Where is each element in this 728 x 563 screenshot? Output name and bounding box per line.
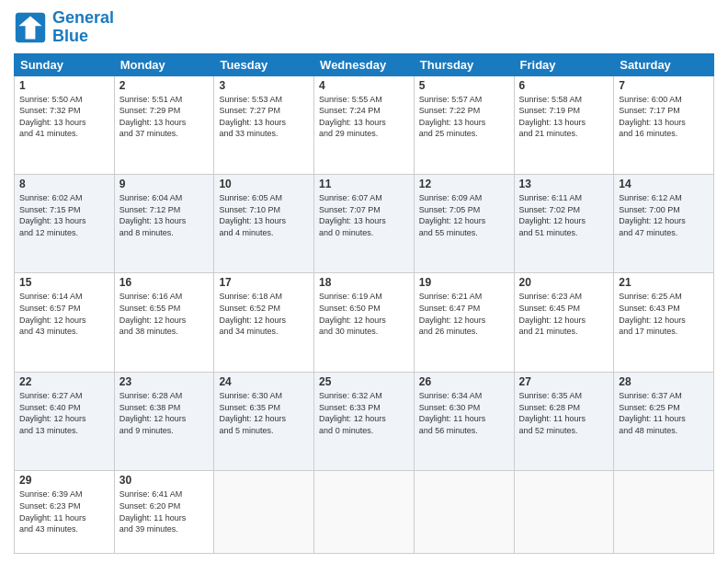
day-info: Sunrise: 5:57 AM Sunset: 7:22 PM Dayligh…	[419, 94, 509, 140]
empty-cell	[314, 471, 415, 554]
day-number: 9	[119, 178, 210, 190]
day-number: 21	[619, 276, 709, 289]
day-cell-10: 10Sunrise: 6:05 AM Sunset: 7:10 PM Dayli…	[214, 175, 314, 273]
day-number: 26	[419, 375, 509, 388]
day-cell-6: 6Sunrise: 5:58 AM Sunset: 7:19 PM Daylig…	[514, 75, 614, 174]
day-number: 14	[619, 178, 709, 190]
day-cell-1: 1Sunrise: 5:50 AM Sunset: 7:32 PM Daylig…	[15, 75, 115, 174]
day-number: 24	[219, 375, 309, 388]
day-info: Sunrise: 6:27 AM Sunset: 6:40 PM Dayligh…	[19, 390, 109, 436]
day-info: Sunrise: 5:53 AM Sunset: 7:27 PM Dayligh…	[219, 94, 309, 140]
day-cell-18: 18Sunrise: 6:19 AM Sunset: 6:50 PM Dayli…	[314, 273, 415, 372]
day-info: Sunrise: 5:58 AM Sunset: 7:19 PM Dayligh…	[519, 94, 609, 140]
day-cell-24: 24Sunrise: 6:30 AM Sunset: 6:35 PM Dayli…	[214, 372, 314, 470]
day-header-sunday: Sunday	[15, 53, 115, 75]
day-number: 27	[519, 375, 609, 388]
day-cell-13: 13Sunrise: 6:11 AM Sunset: 7:02 PM Dayli…	[514, 175, 614, 273]
day-number: 3	[219, 79, 309, 92]
header: General Blue	[14, 9, 714, 46]
day-header-tuesday: Tuesday	[214, 53, 314, 75]
day-info: Sunrise: 6:07 AM Sunset: 7:07 PM Dayligh…	[319, 192, 409, 238]
day-number: 22	[19, 375, 109, 388]
day-cell-20: 20Sunrise: 6:23 AM Sunset: 6:45 PM Dayli…	[514, 273, 614, 372]
day-number: 19	[419, 276, 509, 289]
day-info: Sunrise: 6:14 AM Sunset: 6:57 PM Dayligh…	[19, 291, 109, 337]
day-cell-17: 17Sunrise: 6:18 AM Sunset: 6:52 PM Dayli…	[214, 273, 314, 372]
day-cell-29: 29Sunrise: 6:39 AM Sunset: 6:23 PM Dayli…	[15, 471, 115, 554]
day-header-monday: Monday	[114, 53, 214, 75]
day-cell-27: 27Sunrise: 6:35 AM Sunset: 6:28 PM Dayli…	[514, 372, 614, 470]
day-number: 8	[19, 178, 109, 190]
day-number: 20	[519, 276, 609, 289]
day-number: 25	[319, 375, 409, 388]
day-info: Sunrise: 5:50 AM Sunset: 7:32 PM Dayligh…	[19, 94, 109, 140]
day-info: Sunrise: 6:12 AM Sunset: 7:00 PM Dayligh…	[619, 192, 709, 238]
empty-cell	[514, 471, 614, 554]
day-info: Sunrise: 5:55 AM Sunset: 7:24 PM Dayligh…	[319, 94, 409, 140]
day-number: 29	[19, 474, 109, 487]
day-info: Sunrise: 6:00 AM Sunset: 7:17 PM Dayligh…	[619, 94, 709, 140]
day-cell-14: 14Sunrise: 6:12 AM Sunset: 7:00 PM Dayli…	[614, 175, 714, 273]
day-number: 11	[319, 178, 409, 190]
day-cell-15: 15Sunrise: 6:14 AM Sunset: 6:57 PM Dayli…	[15, 273, 115, 372]
day-cell-4: 4Sunrise: 5:55 AM Sunset: 7:24 PM Daylig…	[314, 75, 415, 174]
day-number: 10	[219, 178, 309, 190]
day-info: Sunrise: 6:39 AM Sunset: 6:23 PM Dayligh…	[19, 488, 109, 534]
day-cell-22: 22Sunrise: 6:27 AM Sunset: 6:40 PM Dayli…	[15, 372, 115, 470]
day-info: Sunrise: 6:16 AM Sunset: 6:55 PM Dayligh…	[119, 291, 210, 337]
day-cell-21: 21Sunrise: 6:25 AM Sunset: 6:43 PM Dayli…	[614, 273, 714, 372]
logo-text: General Blue	[52, 9, 114, 46]
empty-cell	[214, 471, 314, 554]
day-cell-2: 2Sunrise: 5:51 AM Sunset: 7:29 PM Daylig…	[114, 75, 214, 174]
day-number: 5	[419, 79, 509, 92]
day-cell-7: 7Sunrise: 6:00 AM Sunset: 7:17 PM Daylig…	[614, 75, 714, 174]
day-number: 23	[119, 375, 210, 388]
day-cell-25: 25Sunrise: 6:32 AM Sunset: 6:33 PM Dayli…	[314, 372, 415, 470]
day-cell-28: 28Sunrise: 6:37 AM Sunset: 6:25 PM Dayli…	[614, 372, 714, 470]
day-info: Sunrise: 6:41 AM Sunset: 6:20 PM Dayligh…	[119, 488, 210, 534]
day-number: 1	[19, 79, 109, 92]
day-number: 2	[119, 79, 210, 92]
day-header-thursday: Thursday	[414, 53, 514, 75]
day-number: 7	[619, 79, 709, 92]
day-cell-8: 8Sunrise: 6:02 AM Sunset: 7:15 PM Daylig…	[15, 175, 115, 273]
day-info: Sunrise: 6:05 AM Sunset: 7:10 PM Dayligh…	[219, 192, 309, 238]
day-number: 28	[619, 375, 709, 388]
day-header-saturday: Saturday	[614, 53, 714, 75]
day-cell-26: 26Sunrise: 6:34 AM Sunset: 6:30 PM Dayli…	[414, 372, 514, 470]
day-info: Sunrise: 6:30 AM Sunset: 6:35 PM Dayligh…	[219, 390, 309, 436]
day-cell-5: 5Sunrise: 5:57 AM Sunset: 7:22 PM Daylig…	[414, 75, 514, 174]
day-number: 16	[119, 276, 210, 289]
logo: General Blue	[14, 9, 114, 46]
day-info: Sunrise: 6:19 AM Sunset: 6:50 PM Dayligh…	[319, 291, 409, 337]
calendar-table: SundayMondayTuesdayWednesdayThursdayFrid…	[14, 53, 714, 554]
day-number: 15	[19, 276, 109, 289]
empty-cell	[614, 471, 714, 554]
day-info: Sunrise: 6:18 AM Sunset: 6:52 PM Dayligh…	[219, 291, 309, 337]
day-number: 18	[319, 276, 409, 289]
day-number: 30	[119, 474, 210, 487]
day-info: Sunrise: 6:28 AM Sunset: 6:38 PM Dayligh…	[119, 390, 210, 436]
day-number: 4	[319, 79, 409, 92]
day-cell-12: 12Sunrise: 6:09 AM Sunset: 7:05 PM Dayli…	[414, 175, 514, 273]
day-header-wednesday: Wednesday	[314, 53, 415, 75]
empty-cell	[414, 471, 514, 554]
day-cell-19: 19Sunrise: 6:21 AM Sunset: 6:47 PM Dayli…	[414, 273, 514, 372]
day-info: Sunrise: 6:04 AM Sunset: 7:12 PM Dayligh…	[119, 192, 210, 238]
day-info: Sunrise: 5:51 AM Sunset: 7:29 PM Dayligh…	[119, 94, 210, 140]
day-info: Sunrise: 6:09 AM Sunset: 7:05 PM Dayligh…	[419, 192, 509, 238]
day-info: Sunrise: 6:21 AM Sunset: 6:47 PM Dayligh…	[419, 291, 509, 337]
day-cell-9: 9Sunrise: 6:04 AM Sunset: 7:12 PM Daylig…	[114, 175, 214, 273]
day-number: 13	[519, 178, 609, 190]
day-header-friday: Friday	[514, 53, 614, 75]
day-info: Sunrise: 6:02 AM Sunset: 7:15 PM Dayligh…	[19, 192, 109, 238]
day-info: Sunrise: 6:34 AM Sunset: 6:30 PM Dayligh…	[419, 390, 509, 436]
day-number: 17	[219, 276, 309, 289]
day-cell-11: 11Sunrise: 6:07 AM Sunset: 7:07 PM Dayli…	[314, 175, 415, 273]
day-cell-23: 23Sunrise: 6:28 AM Sunset: 6:38 PM Dayli…	[114, 372, 214, 470]
day-cell-16: 16Sunrise: 6:16 AM Sunset: 6:55 PM Dayli…	[114, 273, 214, 372]
day-number: 12	[419, 178, 509, 190]
day-info: Sunrise: 6:35 AM Sunset: 6:28 PM Dayligh…	[519, 390, 609, 436]
day-info: Sunrise: 6:25 AM Sunset: 6:43 PM Dayligh…	[619, 291, 709, 337]
day-number: 6	[519, 79, 609, 92]
